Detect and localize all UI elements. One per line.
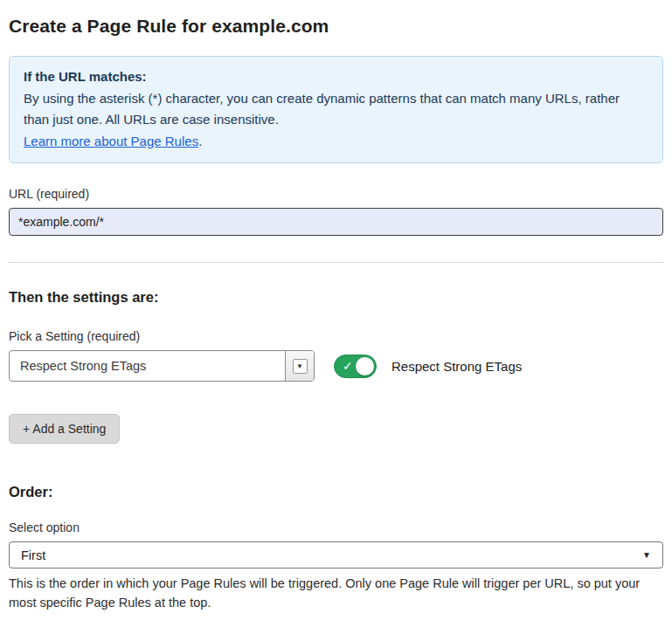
order-select-value: First xyxy=(21,548,45,562)
setting-picker-label: Pick a Setting (required) xyxy=(9,329,663,343)
info-box-heading: If the URL matches: xyxy=(24,66,648,86)
toggle-knob xyxy=(356,357,374,376)
learn-more-link[interactable]: Learn more about Page Rules xyxy=(24,134,198,148)
etags-toggle[interactable]: ✓ xyxy=(334,355,377,378)
section-divider-top xyxy=(9,262,663,263)
order-select-label: Select option xyxy=(9,520,663,534)
chevron-down-icon: ▼ xyxy=(642,550,651,560)
link-period: . xyxy=(198,134,202,148)
url-input[interactable] xyxy=(9,208,663,236)
page-title: Create a Page Rule for example.com xyxy=(9,16,663,37)
order-help-text: This is the order in which your Page Rul… xyxy=(9,575,660,613)
page-rule-form: Create a Page Rule for example.com If th… xyxy=(0,0,672,627)
order-heading: Order: xyxy=(9,484,663,500)
check-icon: ✓ xyxy=(343,360,353,372)
url-label: URL (required) xyxy=(9,187,663,201)
setting-select[interactable]: Respect Strong ETags ▼ xyxy=(9,350,315,382)
info-link-line: Learn more about Page Rules. xyxy=(24,131,648,151)
settings-heading: Then the settings are: xyxy=(9,289,663,306)
setting-select-dropdown-button[interactable]: ▼ xyxy=(285,351,314,381)
url-match-info-box: If the URL matches: By using the asteris… xyxy=(9,56,663,163)
caret-down-icon: ▼ xyxy=(293,359,308,374)
add-setting-button[interactable]: + Add a Setting xyxy=(9,414,120,444)
setting-select-value: Respect Strong ETags xyxy=(10,351,285,381)
info-box-body: By using the asterisk (*) character, you… xyxy=(24,88,648,129)
order-select[interactable]: First ▼ xyxy=(9,541,663,568)
etags-toggle-label: Respect Strong ETags xyxy=(391,359,522,374)
etags-toggle-group: ✓ Respect Strong ETags xyxy=(334,355,522,378)
setting-row: Respect Strong ETags ▼ ✓ Respect Strong … xyxy=(9,350,663,382)
